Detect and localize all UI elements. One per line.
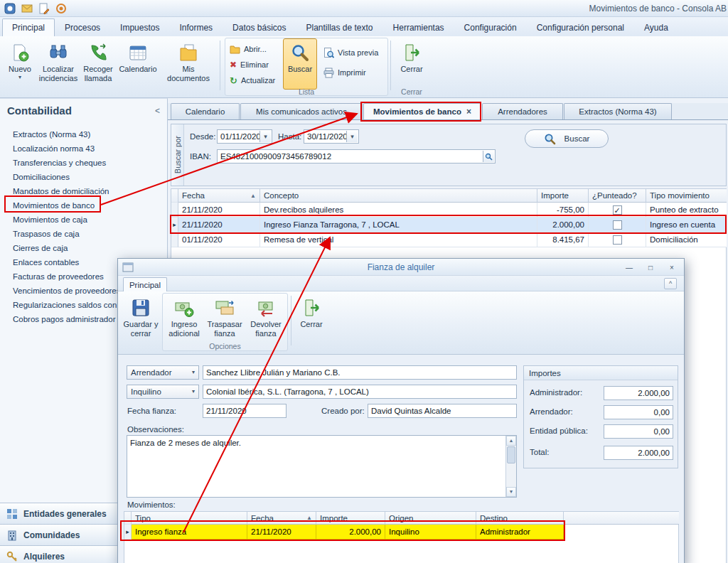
app-logo-icon[interactable] [4, 2, 16, 15]
localizar-incidencias-button[interactable]: Localizar incidencias [38, 38, 78, 90]
scroll-down-icon[interactable]: ▼ [506, 487, 516, 497]
vista-previa-button[interactable]: Vista previa [321, 45, 384, 60]
arrendador-input[interactable]: Sanchez Llibre Julián y Mariano C.B. [203, 365, 517, 380]
ribbon-separator [291, 296, 291, 345]
tab-mis-comunicados-activos[interactable]: Mis comunicados activos [240, 103, 363, 119]
menu-tab-principal[interactable]: Principal [2, 18, 55, 36]
dialog-title: Fianza de alquiler [118, 262, 684, 272]
entidad-publica-input[interactable]: 0,00 [604, 424, 673, 439]
observaciones-textarea[interactable]: Fianza de 2 meses de alquiler. ▲ ▼ [127, 435, 517, 498]
fecha-fianza-input[interactable]: 21/11/2020 [203, 404, 287, 418]
tab-extractos-norma43[interactable]: Extractos (Norma 43) [564, 103, 672, 119]
chevron-down-icon[interactable]: ▾ [259, 131, 271, 142]
actualizar-button[interactable]: ↻ Actualizar [228, 73, 284, 87]
cerrar-button[interactable]: Cerrar [395, 38, 428, 90]
checkbox-unchecked[interactable] [613, 235, 622, 245]
sidebar-item-movimientos-caja[interactable]: Movimientos de caja [0, 213, 168, 227]
calendar-icon [129, 41, 147, 64]
note-edit-icon[interactable] [38, 2, 50, 15]
dialog-cerrar-button[interactable]: Cerrar [295, 294, 328, 345]
scrollbar-thumb[interactable] [507, 446, 515, 463]
calendario-button[interactable]: Calendario [118, 38, 158, 90]
creado-por-input[interactable]: David Quintas Alcalde [368, 404, 517, 418]
sidebar-item-movimientos-banco[interactable]: Movimientos de banco [0, 198, 168, 213]
buscar-button[interactable]: Buscar [283, 38, 317, 90]
imprimir-button[interactable]: Imprimir [321, 65, 384, 80]
sidebar-item-mandatos-domiciliacion[interactable]: Mandatos de domiciliación [0, 184, 168, 198]
guardar-cerrar-button[interactable]: Guardar y cerrar [122, 294, 160, 345]
menu-tab-configuracion-personal[interactable]: Configuración personal [527, 18, 634, 36]
checkbox-checked[interactable]: ✓ [613, 205, 622, 215]
column-header-importe[interactable]: Importe [537, 189, 589, 203]
collapse-ribbon-icon[interactable]: ^ [664, 278, 677, 289]
menu-tab-impuestos[interactable]: Impuestos [110, 18, 169, 36]
mis-documentos-button[interactable]: Mis documentos [159, 38, 218, 90]
menu-tab-ayuda[interactable]: Ayuda [634, 18, 678, 36]
close-icon[interactable]: × [665, 262, 678, 273]
sidebar-item-localizacion-norma43[interactable]: Localización norma 43 [0, 141, 168, 156]
arrendador-importe-input[interactable]: 0,00 [604, 405, 673, 419]
menu-tab-herramientas[interactable]: Herramientas [383, 18, 454, 36]
header-label: Concepto [264, 191, 299, 200]
announcement-icon[interactable] [55, 2, 68, 15]
cell-fecha: 21/11/2020 [178, 203, 260, 218]
tab-close-icon[interactable]: × [466, 107, 471, 117]
search-panel-side-strip[interactable]: Buscar por [171, 124, 184, 186]
iban-input[interactable]: ES4821000900973456789012 [217, 149, 496, 163]
minimize-icon[interactable]: — [623, 262, 636, 273]
importes-groupbox: Importes Administrador: 2.000,00 Arrenda… [523, 365, 678, 468]
desde-input[interactable]: 01/11/2020 ▾ [217, 129, 272, 144]
collapse-left-icon[interactable]: < [155, 106, 160, 116]
ingreso-adicional-button[interactable]: Ingreso adicional [165, 294, 203, 345]
localizar-incidencias-label: Localizar incidencias [39, 65, 77, 82]
administrador-input[interactable]: 2.000,00 [604, 386, 673, 400]
chevron-down-icon[interactable]: ▾ [346, 131, 358, 142]
nuevo-button[interactable]: Nuevo ▾ [4, 38, 36, 90]
mail-icon[interactable] [21, 2, 33, 15]
cell-tipo: Domiciliación [646, 232, 727, 247]
menu-tab-plantillas[interactable]: Plantillas de texto [296, 18, 382, 36]
inquilino-combo[interactable]: Inquilino ▾ [127, 385, 199, 399]
dialog-title-bar[interactable]: Fianza de alquiler — □ × [118, 259, 684, 276]
column-header-fecha[interactable]: Fecha ▲ [247, 512, 316, 525]
sidebar-item-extractos-norma43[interactable]: Extractos (Norma 43) [0, 127, 168, 141]
column-header-punteado[interactable]: ¿Punteado? [589, 189, 646, 203]
tab-movimientos-de-banco[interactable]: Movimientos de banco × [363, 103, 481, 119]
inquilino-input[interactable]: Colonial Ibérica, S.L. (Tarragona, 7 , L… [203, 385, 517, 399]
checkbox-unchecked[interactable] [613, 220, 622, 230]
tab-arrendadores[interactable]: Arrendadores [482, 103, 563, 119]
arrendador-combo[interactable]: Arrendador ▾ [127, 365, 199, 380]
menu-tab-configuracion[interactable]: Configuración [454, 18, 527, 36]
dialog-body: Arrendador ▾ Sanchez Llibre Julián y Mar… [118, 355, 684, 563]
fecha-fianza-value: 21/11/2020 [206, 407, 247, 415]
buscar-submit-button[interactable]: Buscar [525, 129, 609, 148]
search-icon[interactable] [483, 151, 494, 162]
column-header-tipo[interactable]: Tipo [132, 512, 247, 525]
abrir-button[interactable]: Abrir... [228, 42, 280, 56]
column-header-concepto[interactable]: Concepto [260, 189, 537, 203]
menu-tab-datos-basicos[interactable]: Datos básicos [223, 18, 296, 36]
column-header-importe[interactable]: Importe [316, 512, 385, 525]
maximize-icon[interactable]: □ [644, 262, 657, 273]
tab-calendario[interactable]: Calendario [171, 103, 240, 119]
dialog-tab-principal[interactable]: Principal [123, 277, 167, 291]
menu-tab-informes[interactable]: Informes [169, 18, 223, 36]
traspasar-fianza-button[interactable]: Traspasar fianza [205, 294, 245, 345]
recoger-llamada-button[interactable]: Recoger llamada [80, 38, 117, 90]
total-input[interactable]: 2.000,00 [604, 446, 673, 460]
column-header-destino[interactable]: Destino [476, 512, 564, 525]
column-header-origen[interactable]: Origen [385, 512, 476, 525]
scroll-up-icon[interactable]: ▲ [506, 436, 516, 446]
sidebar-item-traspasos-caja[interactable]: Traspasos de caja [0, 227, 168, 241]
menu-tab-procesos[interactable]: Procesos [55, 18, 110, 36]
sidebar-item-cierres-caja[interactable]: Cierres de caja [0, 241, 168, 255]
sidebar-item-transferencias-cheques[interactable]: Transferencias y cheques [0, 156, 168, 170]
scrollbar[interactable]: ▲ ▼ [505, 436, 516, 497]
column-header-tipo[interactable]: Tipo movimiento [646, 189, 727, 203]
sidebar-item-domiciliaciones[interactable]: Domiciliaciones [0, 170, 168, 184]
hasta-input[interactable]: 30/11/2020 ▾ [304, 129, 359, 144]
column-header-fecha[interactable]: Fecha ▲ [178, 189, 260, 203]
eliminar-button[interactable]: ✖ Eliminar [228, 58, 280, 72]
cell-concepto: Ingreso Fianza Tarragona, 7 , LOCAL [260, 218, 537, 232]
devolver-fianza-button[interactable]: Devolver fianza [246, 294, 286, 345]
